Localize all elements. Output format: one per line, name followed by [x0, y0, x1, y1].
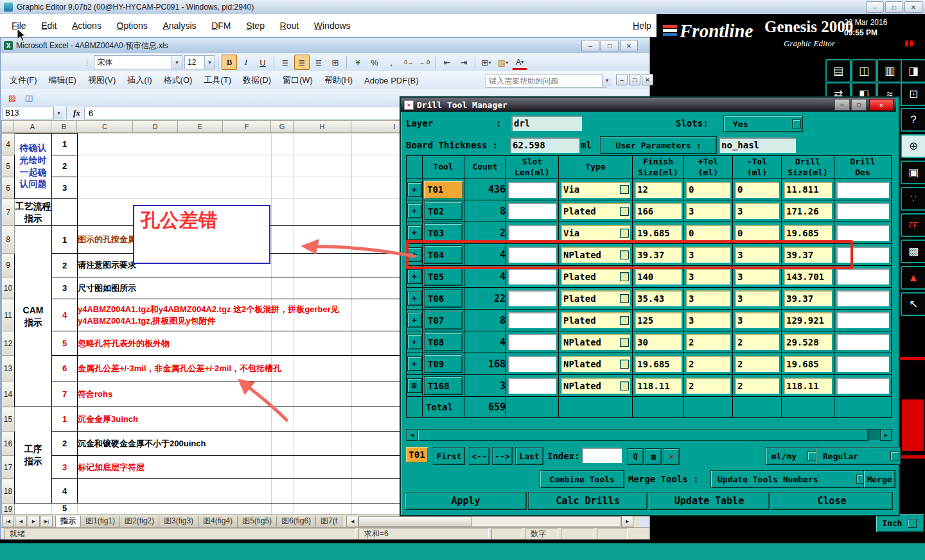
plus-tol-input[interactable]: 3: [686, 268, 730, 284]
type-dropdown[interactable]: Via: [561, 182, 630, 198]
name-box-dropdown[interactable]: ▾: [53, 107, 64, 119]
type-dropdown[interactable]: Plated: [561, 290, 630, 306]
drill-des-input[interactable]: [836, 378, 889, 394]
scroll-thumb[interactable]: [418, 429, 868, 441]
excel-menu-data[interactable]: 数据(D): [243, 74, 271, 86]
sheet-tab-fig3[interactable]: 图3(fig3): [159, 516, 198, 528]
finish-size-input[interactable]: 125: [635, 312, 682, 328]
cell[interactable]: 5: [52, 331, 78, 356]
row-header[interactable]: 15: [2, 407, 15, 432]
grid-tool-button[interactable]: ▦: [645, 448, 662, 465]
menu-windows[interactable]: Windows: [314, 21, 351, 31]
type-dropdown[interactable]: Plated: [561, 312, 630, 328]
row-select-button[interactable]: +: [407, 269, 422, 284]
col-header[interactable]: G: [271, 120, 294, 133]
cell[interactable]: 1: [52, 226, 78, 254]
row-header[interactable]: 18: [2, 479, 15, 503]
scroll-right-button[interactable]: ▶: [880, 429, 892, 441]
slot-len-input[interactable]: [508, 290, 556, 306]
menu-dfm[interactable]: DFM: [211, 21, 231, 31]
row-select-button[interactable]: +: [407, 182, 422, 197]
menu-step[interactable]: Step: [246, 21, 265, 31]
finish-size-input[interactable]: 118.11: [635, 378, 682, 394]
tool-button[interactable]: T05: [424, 267, 463, 286]
excel-menu-window[interactable]: 窗口(W): [283, 74, 313, 86]
minus-tol-input[interactable]: 2: [735, 356, 779, 372]
custom-tool-button-1[interactable]: ▨: [4, 90, 20, 105]
dialog-titlebar[interactable]: ✕ Drill Tool Manager – □ ✕: [401, 98, 896, 112]
excel-menu-tools[interactable]: 工具(T): [204, 74, 231, 86]
menu-analysis[interactable]: Analysis: [163, 21, 196, 31]
excel-menu-file[interactable]: 文件(F): [10, 74, 37, 86]
tab-first-button[interactable]: |◀: [2, 516, 14, 527]
last-button[interactable]: Last: [515, 447, 543, 465]
plus-tol-input[interactable]: 3: [686, 312, 730, 328]
snap-button[interactable]: ⊡: [901, 82, 925, 106]
tool-button[interactable]: T07: [424, 311, 463, 329]
underline-button[interactable]: U: [255, 55, 270, 70]
tool-button[interactable]: T06: [424, 289, 463, 308]
mirror-tool-button[interactable]: FF: [901, 213, 925, 237]
excel-menu-view[interactable]: 视图(V): [88, 74, 116, 86]
font-color-button[interactable]: A▾: [512, 55, 527, 70]
scroll-left-button[interactable]: ◀: [406, 429, 418, 441]
help-tool-button[interactable]: ?: [901, 108, 925, 132]
points-tool-button[interactable]: ∵: [901, 187, 925, 211]
increase-decimal-button[interactable]: .0→: [400, 55, 416, 70]
cell[interactable]: [78, 503, 440, 515]
user-parameters-button[interactable]: User Parameters :: [600, 136, 717, 154]
sheet-tab-fig4[interactable]: 图4(fig4): [198, 516, 238, 528]
merge-center-button[interactable]: ⊞: [328, 55, 343, 70]
group-cell-process[interactable]: 工艺流程 指示: [15, 199, 52, 226]
hscroll-thumb[interactable]: [358, 516, 472, 527]
combine-tools-button[interactable]: Combine Tools: [540, 470, 624, 488]
sheet-tab-fig1[interactable]: 图1(fig1): [80, 516, 120, 528]
merge-button[interactable]: Merge: [863, 470, 895, 488]
row-select-button[interactable]: +: [407, 225, 422, 240]
decrease-indent-button[interactable]: ⇤: [439, 55, 455, 70]
drill-des-input[interactable]: [836, 290, 889, 306]
index-input[interactable]: [582, 448, 622, 463]
col-header[interactable]: E: [178, 120, 223, 133]
menu-actions[interactable]: Actions: [72, 21, 101, 31]
plus-tol-input[interactable]: 2: [686, 356, 730, 372]
sheet-tab-fig6[interactable]: 图6(fig6): [276, 516, 316, 528]
cell[interactable]: y4ABMZ004A1.tgz和y4ABMZ004A2.tgz 这2个板混拼，拼…: [78, 299, 440, 331]
tool-button[interactable]: T09: [424, 354, 463, 373]
name-box[interactable]: B13: [2, 107, 53, 119]
palette-tool-button[interactable]: ▩: [901, 240, 925, 263]
col-header[interactable]: C: [77, 120, 133, 133]
workbook-close-button[interactable]: ✕: [642, 74, 653, 85]
row-header[interactable]: 6: [2, 177, 15, 199]
cell[interactable]: 忽略孔符孔表外的板外物: [78, 331, 440, 356]
hscroll-right-button[interactable]: ▶: [621, 516, 633, 527]
update-tools-numbers-dropdown[interactable]: Update Tools Numbers: [710, 470, 867, 488]
delete-tool-button[interactable]: ✕: [663, 448, 680, 465]
fill-color-button[interactable]: ▨▾: [495, 55, 511, 70]
drill-size-input[interactable]: 29.528: [784, 334, 832, 350]
annotation-box[interactable]: 孔公差错: [133, 205, 270, 264]
row-header[interactable]: 7: [2, 199, 15, 226]
cell[interactable]: 1: [52, 407, 78, 432]
minus-tol-input[interactable]: 3: [735, 268, 779, 284]
cell[interactable]: 4: [52, 479, 78, 503]
current-tool-button[interactable]: T01: [406, 447, 428, 462]
layer-input[interactable]: drl: [511, 116, 582, 131]
select-all-corner[interactable]: [1, 120, 14, 133]
sheet-tab-fig2[interactable]: 图2(fig2): [119, 516, 159, 528]
borders-button[interactable]: ⊞▾: [479, 55, 494, 70]
plus-tol-input[interactable]: 2: [686, 334, 730, 350]
dialog-minimize-button[interactable]: –: [834, 99, 850, 110]
workbook-minimize-button[interactable]: –: [616, 74, 628, 85]
italic-button[interactable]: I: [238, 55, 254, 70]
row-select-button[interactable]: +: [407, 335, 422, 349]
row-select-button[interactable]: +: [407, 356, 422, 371]
row-header[interactable]: 10: [2, 277, 15, 299]
comma-button[interactable]: ,: [383, 55, 399, 70]
user-parameters-input[interactable]: no_hasl: [719, 137, 796, 153]
cell[interactable]: [15, 503, 52, 515]
drill-size-input[interactable]: 129.921: [784, 312, 832, 328]
tool-button[interactable]: T01: [424, 181, 463, 198]
finish-size-input[interactable]: 166: [635, 203, 682, 219]
slots-dropdown[interactable]: Yes: [723, 116, 803, 132]
